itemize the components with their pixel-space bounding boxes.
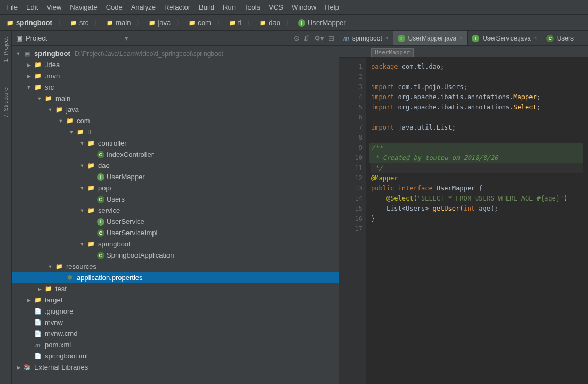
folder-icon: 📁 bbox=[70, 19, 77, 27]
tree-pom[interactable]: mpom.xml bbox=[12, 339, 339, 350]
menu-edit[interactable]: Edit bbox=[22, 1, 42, 13]
collapse-icon[interactable]: ⇵ bbox=[304, 34, 310, 42]
tree-indexcontroller[interactable]: CIndexController bbox=[12, 149, 339, 160]
tree-usermapper[interactable]: IUserMapper bbox=[12, 171, 339, 182]
crumb-src[interactable]: 📁src bbox=[68, 18, 91, 28]
tab-users[interactable]: CUsers bbox=[542, 31, 578, 45]
tree-userserviceimpl[interactable]: CUserServiceImpl bbox=[12, 227, 339, 238]
menu-window[interactable]: Window bbox=[287, 1, 320, 13]
menu-vcs[interactable]: VCS bbox=[264, 1, 287, 13]
project-dropdown-icon[interactable]: ▾ bbox=[125, 34, 128, 42]
hide-icon[interactable]: ⊟ bbox=[328, 34, 334, 42]
expand-icon[interactable]: ▼ bbox=[35, 96, 44, 101]
project-title-text[interactable]: Project bbox=[26, 34, 47, 42]
folder-icon: 📁 bbox=[106, 19, 114, 27]
expand-icon[interactable]: ▶ bbox=[14, 365, 22, 370]
tree-idea[interactable]: ▶📁.idea bbox=[12, 59, 339, 70]
properties-icon: ⬢ bbox=[65, 274, 75, 281]
tree-root[interactable]: ▼ ▣ springboot D:\Project\Java\Learn\vid… bbox=[12, 48, 339, 59]
tree-src[interactable]: ▼📁src bbox=[12, 82, 339, 93]
close-icon[interactable]: × bbox=[534, 35, 537, 41]
crumb-main[interactable]: 📁main bbox=[104, 18, 133, 28]
class-icon: C bbox=[546, 35, 554, 42]
tree-controller[interactable]: ▼📁controller bbox=[12, 138, 339, 149]
tree-gitignore[interactable]: 📄.gitignore bbox=[12, 306, 339, 317]
expand-icon[interactable]: ▼ bbox=[78, 208, 86, 213]
tree-springbootapp[interactable]: CSpringbootApplication bbox=[12, 250, 339, 261]
interface-icon: I bbox=[398, 35, 405, 42]
crumb-sep: 〉 bbox=[58, 18, 65, 28]
close-icon[interactable]: × bbox=[460, 35, 463, 41]
interface-icon: I bbox=[97, 218, 104, 226]
crumb-springboot[interactable]: 📁springboot bbox=[4, 18, 54, 28]
tree-com[interactable]: ▼📁com bbox=[12, 115, 339, 126]
tree-pojo[interactable]: ▼📁pojo bbox=[12, 182, 339, 194]
tree-iml[interactable]: 📄springboot.iml bbox=[12, 350, 339, 362]
interface-icon: I bbox=[472, 35, 479, 42]
tree-service[interactable]: ▼📁service bbox=[12, 205, 339, 216]
resources-folder-icon: 📁 bbox=[54, 263, 64, 270]
menu-file[interactable]: File bbox=[2, 1, 22, 13]
tool-tab-project[interactable]: 1: Project bbox=[2, 35, 10, 64]
expand-icon[interactable]: ▼ bbox=[25, 85, 33, 90]
tab-usermapper[interactable]: IUserMapper.java× bbox=[393, 31, 468, 45]
tab-userservice[interactable]: IUserService.java× bbox=[468, 31, 542, 45]
code-content[interactable]: package com.tl.dao; import com.tl.pojo.U… bbox=[366, 58, 588, 384]
menu-refactor[interactable]: Refactor bbox=[160, 1, 195, 13]
menu-build[interactable]: Build bbox=[195, 1, 219, 13]
tree-tl[interactable]: ▼📁tl bbox=[12, 126, 339, 138]
tree-userservice[interactable]: IUserService bbox=[12, 216, 339, 227]
menu-run[interactable]: Run bbox=[219, 1, 240, 13]
expand-icon[interactable]: ▼ bbox=[57, 118, 65, 124]
tree-test[interactable]: ▶📁test bbox=[12, 283, 339, 294]
expand-icon[interactable]: ▼ bbox=[78, 141, 86, 146]
expand-icon[interactable]: ▶ bbox=[25, 62, 33, 68]
tree-ext-libs[interactable]: ▶📚External Libraries bbox=[12, 362, 339, 373]
tree-java[interactable]: ▼📁java bbox=[12, 104, 339, 115]
source-folder-icon: 📁 bbox=[54, 106, 64, 113]
tree-app-properties[interactable]: ⬢application.properties bbox=[12, 272, 339, 283]
folder-icon: 📁 bbox=[6, 19, 14, 27]
expand-icon[interactable]: ▶ bbox=[25, 298, 33, 303]
tree-mvn[interactable]: ▶📁.mvn bbox=[12, 70, 339, 82]
menu-analyze[interactable]: Analyze bbox=[127, 1, 160, 13]
expand-icon[interactable]: ▼ bbox=[46, 264, 54, 269]
package-icon: 📁 bbox=[86, 162, 96, 169]
code-editor[interactable]: 1234567891011121314151617 package com.tl… bbox=[339, 58, 588, 384]
library-icon: 📚 bbox=[22, 364, 32, 371]
menu-tools[interactable]: Tools bbox=[240, 1, 264, 13]
crumb-dao[interactable]: 📁dao bbox=[257, 18, 283, 28]
tree-mvnw[interactable]: 📄mvnw bbox=[12, 317, 339, 328]
crumb-java[interactable]: 📁java bbox=[146, 18, 173, 28]
file-icon: 📄 bbox=[33, 330, 43, 337]
locate-icon[interactable]: ⊙ bbox=[294, 34, 300, 42]
settings-icon[interactable]: ⚙▾ bbox=[314, 34, 324, 42]
tool-tab-structure[interactable]: 7: Structure bbox=[2, 85, 10, 120]
expand-icon[interactable]: ▼ bbox=[67, 130, 76, 135]
nav-crumb[interactable]: UserMapper bbox=[371, 48, 414, 57]
folder-icon: 📁 bbox=[44, 95, 53, 102]
crumb-tl[interactable]: 📁tl bbox=[227, 18, 244, 28]
menu-view[interactable]: View bbox=[42, 1, 66, 13]
crumb-com[interactable]: 📁com bbox=[186, 18, 213, 28]
tree-springboot-pkg[interactable]: ▼📁springboot bbox=[12, 238, 339, 250]
expand-icon[interactable]: ▼ bbox=[14, 51, 22, 57]
menu-code[interactable]: Code bbox=[102, 1, 127, 13]
close-icon[interactable]: × bbox=[385, 35, 389, 41]
tree-mvnw-cmd[interactable]: 📄mvnw.cmd bbox=[12, 328, 339, 339]
menu-help[interactable]: Help bbox=[320, 1, 343, 13]
tree-dao[interactable]: ▼📁dao bbox=[12, 160, 339, 171]
menu-navigate[interactable]: Navigate bbox=[66, 1, 101, 13]
expand-icon[interactable]: ▼ bbox=[78, 242, 86, 247]
expand-icon[interactable]: ▶ bbox=[35, 286, 44, 292]
crumb-usermapper[interactable]: IUserMapper bbox=[296, 18, 348, 28]
tab-springboot[interactable]: mspringboot× bbox=[339, 31, 393, 45]
expand-icon[interactable]: ▶ bbox=[25, 74, 33, 79]
expand-icon[interactable]: ▼ bbox=[78, 186, 86, 191]
tree-resources[interactable]: ▼📁resources bbox=[12, 261, 339, 272]
tree-main[interactable]: ▼📁main bbox=[12, 93, 339, 104]
tree-users[interactable]: CUsers bbox=[12, 194, 339, 205]
expand-icon[interactable]: ▼ bbox=[78, 163, 86, 169]
tree-target[interactable]: ▶📁target bbox=[12, 294, 339, 306]
expand-icon[interactable]: ▼ bbox=[46, 107, 54, 113]
